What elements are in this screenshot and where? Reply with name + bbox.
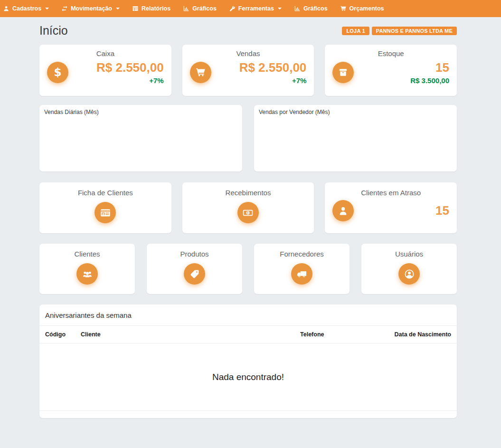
card-title: Ficha de Clientes xyxy=(39,189,171,197)
card-fornecedores[interactable]: Fornecedores xyxy=(254,244,350,294)
svg-text:1: 1 xyxy=(247,211,249,214)
shopping-cart-icon xyxy=(190,62,211,83)
caret-down-icon xyxy=(116,8,120,10)
company-badge[interactable]: PANNOS E PANNOS LTDA ME xyxy=(372,27,457,35)
wrench-icon xyxy=(229,5,236,12)
person-icon xyxy=(332,200,354,221)
card-title: Usuários xyxy=(361,250,457,258)
stat-value: R$ 2.550,00 xyxy=(68,61,164,75)
user-circle-icon xyxy=(398,263,420,285)
card-title: Recebimentos xyxy=(182,189,314,197)
nav-label: Cadastros xyxy=(12,5,41,12)
header-badges: LOJA 1 PANNOS E PANNOS LTDA ME xyxy=(342,27,457,35)
card-produtos[interactable]: Produtos xyxy=(147,244,242,294)
id-card-icon xyxy=(95,202,116,223)
card-ficha-de-clientes[interactable]: Ficha de Clientes xyxy=(39,182,171,233)
chart-card-vendas-diarias: Vendas Diárias (Mês) xyxy=(39,105,242,172)
nav-label: Gráficos xyxy=(303,5,328,12)
card-clientes-em-atraso[interactable]: Clientes em Atraso 15 xyxy=(325,182,457,233)
card-usuarios[interactable]: Usuários xyxy=(361,244,457,294)
caret-down-icon xyxy=(278,8,282,10)
truck-icon xyxy=(291,263,312,285)
bar-chart-icon xyxy=(294,5,301,12)
stat-card-vendas: Vendas R$ 2.550,00 +7% xyxy=(182,45,314,96)
stat-value: 15 xyxy=(354,204,449,218)
chart-card-vendas-vendedor: Vendas por Vendedor (Mês) xyxy=(254,105,457,172)
nav-label: Movimentação xyxy=(71,5,112,12)
user-icon xyxy=(3,5,9,12)
stat-title: Vendas xyxy=(190,49,307,57)
shortcuts-row-2: Clientes Produtos Fornecedores xyxy=(39,244,457,294)
table-header-row: Código Cliente Telefone Data de Nascimen… xyxy=(39,326,457,343)
panel-footer xyxy=(39,410,457,418)
bar-chart-icon xyxy=(183,5,189,12)
nav-label: Ferramentas xyxy=(238,5,274,12)
chart-title: Vendas por Vendedor (Mês) xyxy=(259,109,452,115)
nav-item-graficos-2[interactable]: Gráficos xyxy=(288,0,334,17)
column-header-cliente: Cliente xyxy=(81,331,300,338)
table-icon xyxy=(132,5,139,12)
dollar-icon: $ xyxy=(47,62,68,83)
stat-title: Caixa xyxy=(47,49,164,57)
nav-label: Gráficos xyxy=(192,5,217,12)
card-title: Fornecedores xyxy=(254,250,350,258)
box-icon xyxy=(332,62,354,83)
panel-title: Aniversariantes da semana xyxy=(39,305,457,326)
nav-item-ferramentas[interactable]: Ferramentas xyxy=(223,0,288,17)
page-title: Início xyxy=(39,24,68,38)
nav-label: Relatórios xyxy=(142,5,170,12)
main-content: Início LOJA 1 PANNOS E PANNOS LTDA ME Ca… xyxy=(39,24,457,443)
shopping-cart-icon xyxy=(340,5,347,12)
table-empty-state: Nada encontrado! xyxy=(39,343,457,410)
nav-label: Orçamentos xyxy=(350,5,384,12)
stat-value: R$ 2.550,00 xyxy=(211,61,307,75)
page-header: Início LOJA 1 PANNOS E PANNOS LTDA ME xyxy=(39,24,457,38)
stat-delta: +7% xyxy=(68,76,164,85)
stat-title: Estoque xyxy=(332,49,449,57)
stats-row: Caixa $ R$ 2.550,00 +7% Vendas R$ 2.550,… xyxy=(39,45,457,96)
card-title: Clientes xyxy=(39,250,135,258)
nav-item-graficos-1[interactable]: Gráficos xyxy=(177,0,223,17)
column-header-codigo: Código xyxy=(45,331,81,338)
stat-delta: +7% xyxy=(211,76,307,85)
stat-value: 15 xyxy=(354,61,449,75)
caret-down-icon xyxy=(45,8,49,10)
birthdays-panel: Aniversariantes da semana Código Cliente… xyxy=(39,305,457,418)
column-header-telefone: Telefone xyxy=(300,331,375,338)
card-title: Produtos xyxy=(147,250,242,258)
exchange-icon xyxy=(61,5,68,12)
nav-item-cadastros[interactable]: Cadastros xyxy=(0,0,55,17)
stat-card-caixa: Caixa $ R$ 2.550,00 +7% xyxy=(39,45,171,96)
chart-title: Vendas Diárias (Mês) xyxy=(44,109,237,115)
card-recebimentos[interactable]: Recebimentos 1 xyxy=(182,182,314,233)
shortcuts-row-1: Ficha de Clientes Recebimentos 1 Cliente… xyxy=(39,182,457,233)
store-badge[interactable]: LOJA 1 xyxy=(342,27,369,35)
money-bill-icon: 1 xyxy=(237,202,259,223)
nav-item-orcamentos[interactable]: Orçamentos xyxy=(334,0,390,17)
tag-icon xyxy=(184,263,205,285)
column-header-nascimento: Data de Nascimento xyxy=(375,331,451,338)
stat-card-estoque: Estoque 15 R$ 3.500,00 xyxy=(325,45,457,96)
charts-row: Vendas Diárias (Mês) Vendas por Vendedor… xyxy=(39,105,457,172)
top-navbar: Cadastros Movimentação Relatórios Gráfic… xyxy=(0,0,501,17)
empty-message: Nada encontrado! xyxy=(212,372,284,382)
card-clientes[interactable]: Clientes xyxy=(39,244,135,294)
stat-delta: R$ 3.500,00 xyxy=(354,76,449,85)
nav-item-relatorios[interactable]: Relatórios xyxy=(126,0,177,17)
card-title: Clientes em Atraso xyxy=(332,189,449,197)
users-icon xyxy=(76,263,98,285)
nav-item-movimentacao[interactable]: Movimentação xyxy=(55,0,126,17)
